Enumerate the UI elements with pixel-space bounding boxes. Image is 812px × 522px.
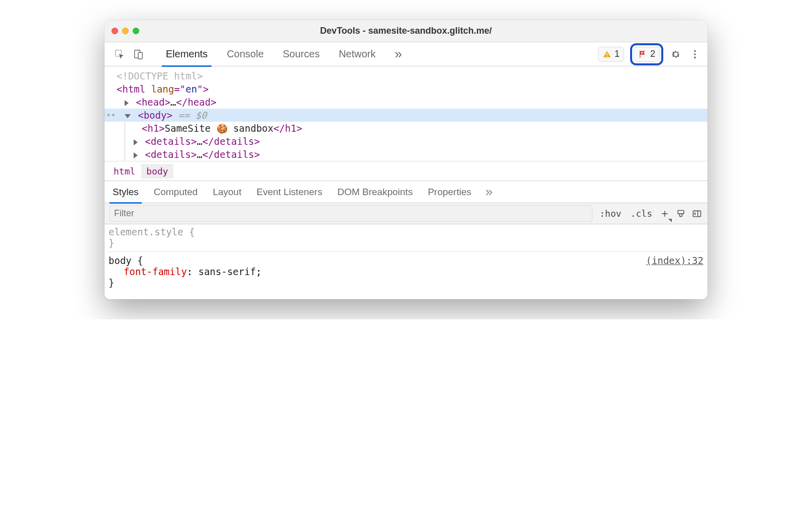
warning-icon: [602, 50, 612, 59]
tab-computed[interactable]: Computed: [153, 181, 199, 203]
crumb-html[interactable]: html: [109, 164, 140, 179]
main-toolbar: Elements Console Sources Network » 1 2: [105, 42, 707, 66]
paint-brush-icon[interactable]: [675, 208, 686, 219]
rule-close: }: [109, 277, 703, 288]
breadcrumb: html body: [105, 161, 707, 181]
more-sidebar-tabs[interactable]: »: [485, 184, 492, 200]
collapse-arrow-icon[interactable]: [125, 114, 131, 118]
dom-node-details-1[interactable]: <details>…</details>: [105, 135, 707, 148]
styles-filter-bar: :hov .cls: [105, 203, 707, 224]
tab-event-listeners[interactable]: Event Listeners: [255, 181, 323, 203]
selection-dots-icon: •••: [105, 109, 113, 122]
tab-network[interactable]: Network: [336, 42, 378, 66]
dom-node-details-2[interactable]: <details>…</details>: [105, 148, 707, 161]
rule-selector: element.style {: [109, 226, 703, 237]
issue-flag-icon: [638, 50, 647, 59]
issues-counter[interactable]: 2: [634, 47, 660, 62]
filter-input[interactable]: [110, 205, 592, 222]
tab-sources[interactable]: Sources: [280, 42, 323, 66]
rule-element-style[interactable]: element.style { }: [109, 226, 703, 252]
tab-dom-breakpoints[interactable]: DOM Breakpoints: [336, 181, 414, 203]
tab-console[interactable]: Console: [224, 42, 266, 66]
dom-node-body-selected[interactable]: ••• <body> == $0: [105, 109, 707, 122]
tree-guide-line: [125, 122, 125, 135]
toggle-device-icon[interactable]: [133, 48, 145, 60]
tree-guide-line: [125, 135, 125, 148]
svg-point-8: [694, 56, 696, 58]
tab-elements[interactable]: Elements: [163, 42, 211, 66]
rule-selector: body {: [109, 255, 143, 266]
property-name: font-family: [124, 266, 187, 277]
warnings-counter[interactable]: 1: [598, 47, 624, 62]
cls-toggle[interactable]: .cls: [629, 207, 654, 220]
issues-count: 2: [650, 49, 655, 59]
tab-styles[interactable]: Styles: [112, 181, 140, 203]
issues-highlight-ring: 2: [630, 43, 663, 65]
dom-node-doctype[interactable]: <!DOCTYPE html>: [105, 69, 707, 82]
dom-node-h1[interactable]: <h1>SameSite 🍪 sandbox</h1>: [105, 122, 707, 135]
kebab-menu-icon[interactable]: [688, 48, 701, 61]
elements-tree[interactable]: <!DOCTYPE html> <html lang="en"> <head>……: [105, 66, 707, 161]
traffic-lights: [112, 28, 139, 34]
expand-arrow-icon[interactable]: [125, 100, 129, 106]
tree-guide-line: [125, 148, 125, 161]
devtools-window: DevTools - samesite-sandbox.glitch.me/ E…: [105, 20, 707, 299]
css-declaration[interactable]: font-family: sans-serif;: [109, 266, 703, 277]
svg-point-7: [694, 53, 696, 55]
dom-node-html[interactable]: <html lang="en">: [105, 82, 707, 96]
main-tabs: Elements Console Sources Network »: [163, 42, 595, 66]
inspect-element-icon[interactable]: [114, 48, 126, 60]
close-window-button[interactable]: [112, 28, 118, 34]
source-link[interactable]: (index):32: [646, 255, 703, 266]
styles-pane: element.style { } body { (index):32 font…: [105, 224, 707, 299]
tab-properties[interactable]: Properties: [427, 181, 472, 203]
expand-arrow-icon[interactable]: [134, 139, 138, 145]
toolbar-right: 1 2: [598, 43, 701, 65]
rule-close: }: [109, 237, 703, 248]
dom-node-head[interactable]: <head>…</head>: [105, 96, 707, 109]
svg-rect-9: [678, 210, 684, 214]
cookie-emoji-icon: 🍪: [217, 123, 228, 134]
svg-rect-5: [640, 51, 641, 58]
more-tabs-button[interactable]: »: [392, 46, 405, 62]
window-title: DevTools - samesite-sandbox.glitch.me/: [105, 26, 707, 36]
zoom-window-button[interactable]: [133, 28, 139, 34]
title-bar: DevTools - samesite-sandbox.glitch.me/: [105, 20, 707, 42]
svg-rect-3: [606, 53, 607, 55]
svg-point-6: [694, 50, 696, 52]
sidebar-tabs: Styles Computed Layout Event Listeners D…: [105, 181, 707, 203]
svg-rect-4: [606, 56, 607, 57]
minimize-window-button[interactable]: [122, 28, 129, 34]
svg-rect-2: [138, 52, 142, 59]
property-value: sans-serif: [198, 266, 256, 277]
new-style-rule-icon[interactable]: [659, 208, 670, 219]
tab-layout[interactable]: Layout: [212, 181, 242, 203]
expand-arrow-icon[interactable]: [134, 152, 138, 158]
settings-icon[interactable]: [669, 48, 682, 61]
crumb-body[interactable]: body: [141, 164, 173, 179]
hov-toggle[interactable]: :hov: [597, 207, 623, 220]
toggle-sidebar-icon[interactable]: [691, 208, 702, 219]
warnings-count: 1: [615, 49, 620, 59]
rule-body[interactable]: body { (index):32 font-family: sans-seri…: [109, 255, 703, 291]
